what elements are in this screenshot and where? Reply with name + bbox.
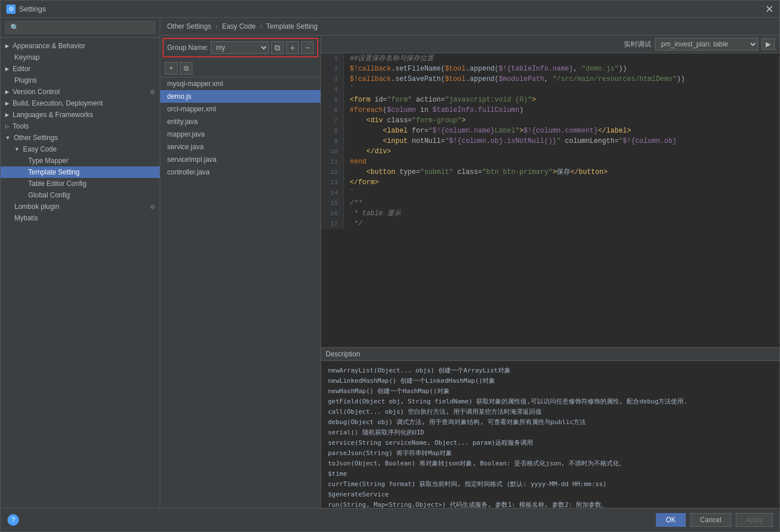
sidebar-item-label: Other Settings — [14, 134, 58, 142]
sidebar-item-label: Easy Code — [23, 145, 57, 153]
desc-line: getField(Object obj, String fieldName) 获… — [328, 397, 773, 407]
template-item[interactable]: orcl-mapper.xml — [160, 103, 321, 115]
arrow-icon: ▼ — [14, 146, 20, 152]
template-item[interactable]: controller.java — [160, 166, 321, 178]
line-number: 4 — [321, 84, 344, 95]
desc-line: parseJson(String) 将字符串转Map对象 — [328, 448, 773, 459]
line-number: 9 — [321, 136, 344, 146]
sidebar-item-plugins[interactable]: Plugins — [1, 75, 160, 86]
desc-line: toJson(Object, Boolean) 将对象转json对象, Bool… — [328, 459, 773, 469]
sidebar-item-table-editor[interactable]: Table Editor Config — [1, 178, 160, 189]
line-content: <div class="form-group"> — [344, 115, 466, 126]
code-editor-section: 实时调试 pm_invest_plan: table ▶ 1 ##设置保存名称与… — [321, 36, 779, 508]
line-content: <input notNull="$!{column.obj.isNotNull(… — [344, 136, 677, 146]
bottom-right: OK Cancel Apply — [656, 513, 773, 527]
arrow-icon: ▶ — [5, 100, 9, 106]
help-button[interactable]: ? — [7, 514, 19, 526]
sidebar-item-label: Template Setting — [28, 168, 79, 176]
description-panel: Description newArrayList(Object... objs)… — [321, 347, 779, 508]
sidebar-item-build[interactable]: ▶ Build, Execution, Deployment — [1, 98, 160, 109]
apply-button[interactable]: Apply — [736, 513, 773, 527]
sidebar-item-appearance[interactable]: ▶ Appearance & Behavior — [1, 40, 160, 52]
line-number: 12 — [321, 167, 344, 177]
search-bar — [1, 18, 160, 38]
line-content: ` — [344, 84, 354, 95]
sidebar-item-label: Languages & Frameworks — [13, 111, 93, 119]
sidebar-item-label: Keymap — [14, 53, 40, 61]
desc-line: $time — [328, 469, 773, 479]
sidebar-tree: ▶ Appearance & Behavior Keymap ▶ Editor … — [1, 38, 160, 508]
sidebar-item-mybatis[interactable]: Mybatis — [1, 212, 160, 224]
desc-line: newLinkedHashMap() 创建一个LinkedHashMap()对象 — [328, 376, 773, 386]
sidebar-item-label: Tools — [13, 122, 29, 130]
cancel-button[interactable]: Cancel — [690, 513, 731, 527]
sidebar-item-keymap[interactable]: Keymap — [1, 52, 160, 63]
code-line: 2 $!callback.setFileName($tool.append($!… — [321, 64, 779, 74]
code-line: 6 #foreach($column in $tableInfo.fullCol… — [321, 105, 779, 115]
group-bar: Group Name: my default ⧉ + − — [163, 38, 318, 57]
line-number: 17 — [321, 219, 344, 229]
arrow-icon: ▶ — [5, 43, 9, 49]
line-content: </form> — [344, 177, 379, 188]
search-input[interactable] — [5, 21, 155, 34]
template-item[interactable]: mapper.java — [160, 128, 321, 141]
code-line: 3 $!callback.setSavePath($tool.append($m… — [321, 74, 779, 84]
line-content: /** — [344, 198, 362, 208]
arrow-icon: ▶ — [5, 66, 9, 72]
copy-template-button[interactable]: ⧉ — [180, 62, 192, 75]
sidebar-item-lombok[interactable]: Lombok plugin ⚙ — [1, 201, 160, 212]
template-item[interactable]: service.java — [160, 141, 321, 153]
add-group-button[interactable]: + — [286, 41, 299, 54]
sidebar-item-template-setting[interactable]: Template Setting — [1, 166, 160, 178]
sidebar-item-easy-code[interactable]: ▼ Easy Code — [1, 143, 160, 155]
template-panel: Group Name: my default ⧉ + − + ⧉ — [160, 36, 779, 508]
sidebar-item-label: Version Control — [13, 88, 60, 96]
ok-button[interactable]: OK — [656, 513, 685, 527]
line-number: 10 — [321, 146, 344, 157]
sidebar-item-type-mapper[interactable]: Type Mapper — [1, 155, 160, 166]
sidebar-item-editor[interactable]: ▶ Editor — [1, 63, 160, 75]
arrow-icon: ▷ — [5, 123, 9, 129]
run-button[interactable]: ▶ — [762, 38, 775, 50]
desc-line: newArrayList(Object... objs) 创建一个ArrayLi… — [328, 366, 773, 376]
sidebar-item-label: Type Mapper — [28, 157, 68, 165]
sidebar-item-other-settings[interactable]: ▼ Other Settings — [1, 132, 160, 143]
template-item[interactable]: demo.js — [160, 90, 321, 103]
sidebar-item-version-control[interactable]: ▶ Version Control ⚙ — [1, 86, 160, 98]
line-number: 16 — [321, 208, 344, 219]
template-list-section: Group Name: my default ⧉ + − + ⧉ — [160, 36, 321, 508]
group-name-label: Group Name: — [167, 44, 208, 52]
line-number: 5 — [321, 95, 344, 105]
bottom-bar: ? OK Cancel Apply — [1, 508, 779, 531]
code-area[interactable]: 1 ##设置保存名称与保存位置 2 $!callback.setFileName… — [321, 53, 779, 347]
desc-line: service(String serviceName, Object... pa… — [328, 438, 773, 448]
template-item[interactable]: entity.java — [160, 115, 321, 128]
realtime-label: 实时调试 — [624, 40, 651, 49]
template-item[interactable]: mysql-mapper.xml — [160, 77, 321, 90]
add-template-button[interactable]: + — [165, 62, 177, 75]
realtime-select[interactable]: pm_invest_plan: table — [655, 38, 758, 51]
line-number: 3 — [321, 74, 344, 84]
right-panel: Other Settings › Easy Code › Template Se… — [160, 18, 779, 508]
line-content: $!callback.setFileName($tool.append($!{t… — [344, 64, 627, 74]
breadcrumb: Other Settings › Easy Code › Template Se… — [160, 18, 779, 36]
line-content: <label for="$!{column.name}Label">$!{col… — [344, 126, 631, 136]
sidebar-item-languages[interactable]: ▶ Languages & Frameworks — [1, 109, 160, 121]
line-number: 8 — [321, 126, 344, 136]
sidebar-item-label: Lombok plugin — [14, 203, 59, 211]
template-toolbar: + ⧉ — [160, 60, 321, 77]
vc-badge: ⚙ — [150, 89, 155, 95]
code-line: 5 <form id="form" action="javascript:voi… — [321, 95, 779, 105]
title-bar-left: ⚙ Settings — [6, 5, 46, 14]
sidebar-item-tools[interactable]: ▷ Tools — [1, 121, 160, 132]
line-number: 7 — [321, 115, 344, 126]
remove-group-button[interactable]: − — [301, 41, 314, 54]
sep1: › — [215, 22, 218, 30]
breadcrumb-template: Template Setting — [267, 22, 318, 30]
template-item[interactable]: serviceImpl.java — [160, 153, 321, 166]
line-content: * table 显示 — [344, 208, 401, 219]
group-select[interactable]: my default — [211, 41, 269, 54]
sidebar-item-global-config[interactable]: Global Config — [1, 189, 160, 201]
copy-group-button[interactable]: ⧉ — [271, 41, 284, 54]
close-button[interactable]: ✕ — [765, 3, 774, 15]
